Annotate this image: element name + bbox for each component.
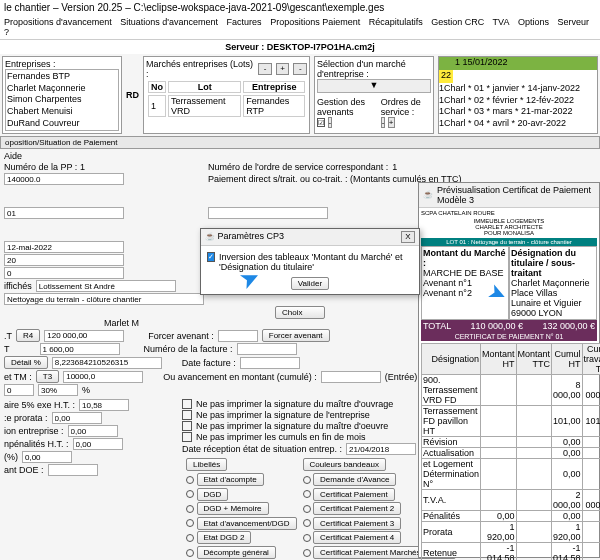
grid-btn[interactable]: Couleurs bandeaux [303,458,386,471]
cess-input[interactable] [22,451,72,463]
pen-input[interactable] [73,438,123,450]
input-20[interactable] [4,254,124,266]
menu-item[interactable]: Propositions d'avancement [4,17,112,27]
grid-btn[interactable]: Certificat Paiement [313,488,395,501]
numfact-label: Numéro de la facture : [144,344,233,354]
list-item[interactable]: 1Charl * 02 * février * 12-fév-2022 [439,95,597,107]
lot-input[interactable] [36,280,176,292]
grid-btn[interactable]: Etat d'avancement/DGD [197,517,297,530]
grid-btn[interactable]: DGD + Mémoire [197,502,269,515]
menu-item[interactable]: Factures [227,17,262,27]
plus-button[interactable]: + [388,117,395,128]
radio[interactable] [303,476,311,484]
t3-input[interactable] [63,371,143,383]
radio[interactable] [186,549,194,557]
datefact-input[interactable] [240,357,300,369]
prorata-input[interactable] [52,412,102,424]
list-item[interactable]: DuRand Couvreur [7,118,117,130]
radio[interactable] [303,519,311,527]
menu-item[interactable]: Options [518,17,549,27]
r4-input[interactable] [44,330,124,342]
r4-button[interactable]: R4 [16,329,40,342]
radio[interactable] [303,534,311,542]
list-item[interactable]: 1Charl * 03 * mars * 21-mar-2022 [439,106,597,118]
os-list[interactable]: 1Charl * 01 * janvier * 14-janv-2022 1Ch… [439,83,597,130]
grid-btn[interactable]: Certificat Paiement 3 [313,517,401,530]
grid-btn[interactable]: Décompte général [197,546,276,559]
checkbox[interactable] [182,399,192,409]
list-item[interactable]: Simon Charpentes [7,94,117,106]
minus-button[interactable]: - [328,117,333,128]
radio[interactable] [186,490,194,498]
table-row[interactable]: 1Terrassement VRDFernandes RTP [148,95,305,117]
list-item[interactable]: Fernandes BTP [7,71,117,83]
date-cell[interactable]: 1 15/01/2022 [453,57,597,70]
preview-title: Prévisualisation Certificat de Paiement … [437,185,595,205]
nettoyage-input[interactable] [4,293,204,305]
t-input[interactable] [40,343,120,355]
checkbox[interactable]: ☑ [317,118,325,127]
montant-input[interactable] [4,173,124,185]
nopas-label: Ne pas imprimer la signature du maître d… [196,399,393,409]
grid-btn[interactable]: Etat d'acompte [197,473,264,486]
input-blank[interactable] [208,207,328,219]
grid-btn[interactable]: Certificat Paiement 4 [313,531,401,544]
radio[interactable] [303,505,311,513]
aire5-input[interactable] [79,399,129,411]
input-01[interactable] [4,207,124,219]
grid-btn[interactable]: Demande d'Avance [313,473,396,486]
t3-button[interactable]: T3 [36,370,59,383]
ced-input[interactable] [48,464,98,476]
checkbox[interactable] [182,432,192,442]
valider-button[interactable]: Valider [291,277,329,290]
side-label: RD [126,90,139,100]
zero-input[interactable] [4,384,34,396]
grid-btn[interactable]: Libellés [186,458,227,471]
radio[interactable] [303,490,311,498]
locent-input[interactable] [68,425,118,437]
minus-button[interactable]: - [293,63,307,75]
menu-item[interactable]: ? [4,27,9,37]
list-item[interactable]: Chabert Menuisi [7,106,117,118]
list-item[interactable]: Charlet Maçonnerie [7,83,117,95]
minus-button[interactable]: - [381,117,386,128]
plus-button[interactable]: + [276,63,290,75]
detail-input[interactable] [52,357,162,369]
checkbox[interactable] [182,410,192,420]
date-input[interactable] [4,241,124,253]
detail-pct-button[interactable]: Détail % [4,356,48,369]
menu-item[interactable]: Propositions Paiement [270,17,360,27]
list-item[interactable]: 1Charl * 04 * avril * 20-avr-2022 [439,118,597,130]
choix-button[interactable]: Choix [275,306,325,319]
checkbox[interactable] [182,421,192,431]
grid-btn[interactable]: Certificat Paiement 2 [313,502,401,515]
radio[interactable] [186,505,194,513]
forcer-input[interactable] [218,330,258,342]
pct30-input[interactable] [38,384,78,396]
marche-dropdown[interactable]: ▼ [317,79,431,93]
menu-item[interactable]: Serveur [558,17,590,27]
aide-link[interactable]: Aide [4,151,596,161]
grid-btn[interactable]: DGD [197,488,229,501]
menu-item[interactable]: Gestion CRC [431,17,484,27]
close-button[interactable]: X [401,231,415,243]
menu-item[interactable]: Récapitulatifs [369,17,423,27]
avanc-input[interactable] [321,371,381,383]
menu-item[interactable]: TVA [493,17,510,27]
menu-item[interactable]: Situations d'avancement [120,17,218,27]
numfact-input[interactable] [237,343,297,355]
radio[interactable] [186,476,194,484]
radio[interactable] [186,534,194,542]
forcer-button[interactable]: Forcer avenant [262,329,330,342]
daterec-input[interactable] [346,443,416,455]
aire5-label: aire 5% exe H.T. : [4,400,75,410]
grid-btn[interactable]: Etat DGD 2 [197,531,252,544]
entreprise-list[interactable]: Fernandes BTP Charlet Maçonnerie Simon C… [5,69,119,131]
radio[interactable] [303,549,311,557]
input-0[interactable] [4,267,124,279]
list-item[interactable]: 1Charl * 01 * janvier * 14-janv-2022 [439,83,597,95]
inversion-checkbox[interactable]: ✓ [207,252,215,262]
minus-button[interactable]: - [258,63,272,75]
radio[interactable] [186,519,194,527]
server-label: Serveur : DESKTOP-I7PO1HA.cm2j [0,40,600,54]
